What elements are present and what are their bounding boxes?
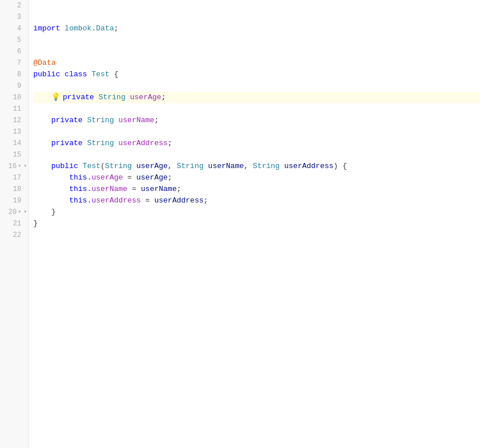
line-number-16: 16▾ [0,161,28,172]
code-line-3 [33,11,480,23]
line-number-4: 4 [0,23,28,34]
code-line-9 [33,80,480,92]
line-number-9: 9 [0,80,28,92]
line-number-21: 21 [0,218,28,229]
line-numbers: 2345678910111213141516▾17181920▾2122 [0,0,29,448]
line-number-5: 5 [0,34,28,46]
line-number-11: 11 [0,103,28,115]
line-number-3: 3 [0,11,28,23]
code-line-18: this.userName = userName; [33,184,480,195]
line-number-13: 13 [0,126,28,138]
code-line-17: this.userAge = userAge; [33,172,480,184]
code-line-15 [33,149,480,161]
line-number-18: 18 [0,184,28,195]
line-number-8: 8 [0,69,28,80]
code-line-12: private String userName; [33,115,480,126]
line-number-12: 12 [0,115,28,126]
code-line-19: this.userAddress = userAddress; [33,195,480,207]
code-line-7: @Data [33,57,480,69]
fold-icon[interactable]: ▾ [18,207,21,218]
line-number-6: 6 [0,46,28,57]
line-number-19: 19 [0,195,28,207]
line-number-22: 22 [0,229,28,241]
line-number-20: 20▾ [0,207,28,218]
code-line-20: } [33,207,480,218]
line-number-10: 10 [0,92,28,103]
code-line-13 [33,126,480,138]
code-line-11 [33,103,480,115]
line-number-2: 2 [0,0,28,11]
line-number-14: 14 [0,138,28,149]
code-line-10: 💡private String userAge; [33,92,480,103]
code-line-2 [33,0,480,11]
line-number-15: 15 [0,149,28,161]
bulb-icon[interactable]: 💡 [51,93,60,102]
code-content[interactable]: import lombok.Data;@Datapublic class Tes… [29,0,480,448]
code-line-4: import lombok.Data; [33,23,480,34]
code-line-14: private String userAddress; [33,138,480,149]
line-number-7: 7 [0,57,28,69]
code-line-16: public Test(String userAge, String userN… [33,161,480,172]
code-line-22 [33,229,480,241]
code-line-8: public class Test { [33,69,480,80]
fold-icon[interactable]: ▾ [18,161,21,172]
code-line-5 [33,34,480,46]
code-line-21: } [33,218,480,229]
code-line-6 [33,46,480,57]
code-editor: 2345678910111213141516▾17181920▾2122 imp… [0,0,480,448]
line-number-17: 17 [0,172,28,184]
